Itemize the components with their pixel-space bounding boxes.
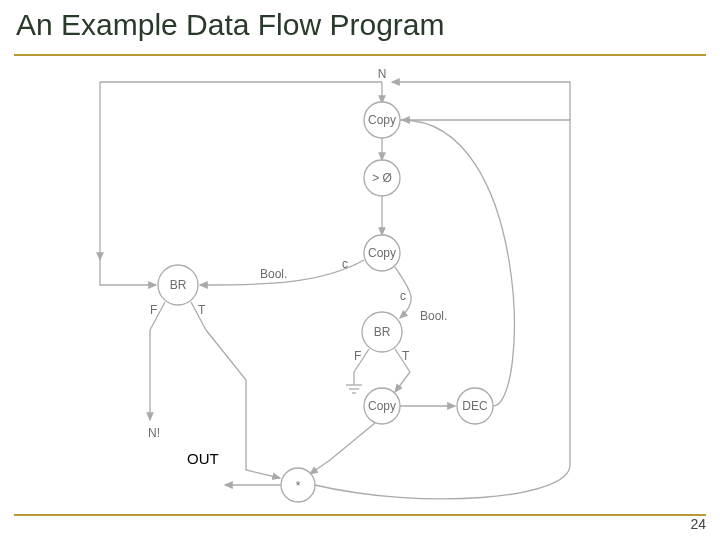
label-F1: F (150, 303, 157, 317)
label-copy1: Copy (368, 113, 396, 127)
rule-bottom (14, 514, 706, 516)
dataflow-diagram: N Copy > Ø Copy Bool. c BR F T (0, 0, 720, 540)
label-ni: N! (148, 426, 160, 440)
label-F2: F (354, 349, 361, 363)
slide-container: An Example Data Flow Program N Copy > Ø … (0, 0, 720, 540)
page-number: 24 (690, 516, 706, 532)
label-copy3: Copy (368, 399, 396, 413)
label-out: OUT (185, 450, 221, 467)
label-bool2: Bool. (420, 309, 447, 323)
label-mul: * (296, 479, 301, 493)
label-dec: DEC (462, 399, 488, 413)
label-bool1: Bool. (260, 267, 287, 281)
label-c2: c (400, 289, 406, 303)
label-c1: c (342, 257, 348, 271)
label-gt0: > Ø (372, 171, 392, 185)
svg-line-12 (395, 372, 410, 392)
label-T1: T (198, 303, 206, 317)
label-br1: BR (170, 278, 187, 292)
label-br2: BR (374, 325, 391, 339)
label-N: N (378, 67, 387, 81)
label-copy2: Copy (368, 246, 396, 260)
